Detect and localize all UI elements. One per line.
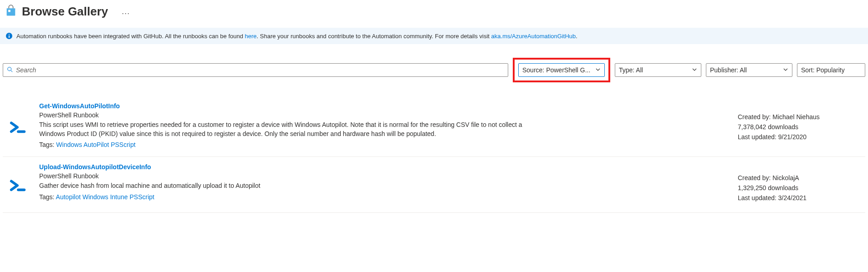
result-type-icon <box>3 102 30 148</box>
sort-dropdown[interactable]: Sort: Popularity <box>797 63 865 77</box>
result-subtitle: PowerShell Runbook <box>39 172 729 180</box>
svg-point-5 <box>8 67 11 71</box>
search-icon <box>7 66 13 74</box>
type-filter-label: Type: All <box>619 66 643 74</box>
result-tags: Tags: Autopilot Windows Intune PSScript <box>39 193 729 201</box>
page-header: Browse Gallery ... <box>0 0 868 28</box>
banner-text-mid: . Share your runbooks and contribute to … <box>257 33 491 40</box>
search-box[interactable] <box>3 63 508 77</box>
list-item: Upload-WindowsAutopilotDeviceInfo PowerS… <box>3 157 865 213</box>
result-type-icon <box>3 163 30 204</box>
chevron-down-icon <box>592 66 601 74</box>
result-body: Upload-WindowsAutopilotDeviceInfo PowerS… <box>39 163 729 204</box>
result-title-link[interactable]: Get-WindowsAutoPilotInfo <box>39 102 729 110</box>
svg-rect-0 <box>7 8 15 15</box>
search-input[interactable] <box>16 66 504 74</box>
info-banner: Automation runbooks have been integrated… <box>0 28 868 44</box>
banner-link-here[interactable]: here <box>245 33 257 40</box>
chevron-down-icon <box>780 66 788 74</box>
type-filter-dropdown[interactable]: Type: All <box>615 63 701 77</box>
source-filter-highlight: Source: PowerShell G... <box>513 58 610 82</box>
gallery-bag-icon <box>5 5 17 19</box>
publisher-filter-label: Publisher: All <box>710 66 747 74</box>
page-title: Browse Gallery <box>22 5 108 19</box>
filters-row: Source: PowerShell G... Type: All Publis… <box>0 58 868 82</box>
download-count: 1,329,250 downloads <box>738 184 865 191</box>
result-body: Get-WindowsAutoPilotInfo PowerShell Runb… <box>39 102 729 148</box>
chevron-down-icon <box>689 66 697 74</box>
tags-label: Tags: <box>39 193 56 201</box>
created-by: Created by: NickolajA <box>738 174 865 181</box>
banner-text-before: Automation runbooks have been integrated… <box>16 33 245 40</box>
banner-link-aka[interactable]: aka.ms/AzureAutomationGitHub <box>491 33 576 40</box>
result-description: Gather device hash from local machine an… <box>39 181 531 191</box>
banner-text: Automation runbooks have been integrated… <box>16 33 577 40</box>
results-list: Get-WindowsAutoPilotInfo PowerShell Runb… <box>0 96 868 213</box>
list-item: Get-WindowsAutoPilotInfo PowerShell Runb… <box>3 96 865 157</box>
result-tags: Tags: Windows AutoPilot PSScript <box>39 141 729 148</box>
banner-text-after: . <box>576 33 577 40</box>
last-updated: Last updated: 3/24/2021 <box>738 194 865 201</box>
svg-rect-1 <box>8 10 10 12</box>
powershell-icon <box>10 117 27 134</box>
tag-link[interactable]: Windows AutoPilot PSScript <box>56 141 135 148</box>
powershell-icon <box>10 175 27 192</box>
publisher-filter-dropdown[interactable]: Publisher: All <box>706 63 792 77</box>
sort-label: Sort: Popularity <box>801 66 845 74</box>
source-filter-label: Source: PowerShell G... <box>522 66 590 74</box>
download-count: 7,378,042 downloads <box>738 123 865 131</box>
result-title-link[interactable]: Upload-WindowsAutopilotDeviceInfo <box>39 163 729 171</box>
last-updated: Last updated: 9/21/2020 <box>738 133 865 141</box>
created-by: Created by: Michael Niehaus <box>738 113 865 121</box>
info-icon <box>5 32 13 40</box>
svg-line-6 <box>11 70 13 72</box>
tag-link[interactable]: Autopilot Windows Intune PSScript <box>56 193 154 201</box>
source-filter-dropdown[interactable]: Source: PowerShell G... <box>518 63 605 77</box>
result-meta: Created by: NickolajA 1,329,250 download… <box>738 163 865 204</box>
svg-rect-3 <box>9 35 10 38</box>
result-subtitle: PowerShell Runbook <box>39 111 729 119</box>
svg-point-4 <box>9 34 10 35</box>
result-description: This script uses WMI to retrieve propert… <box>39 121 531 138</box>
result-meta: Created by: Michael Niehaus 7,378,042 do… <box>738 102 865 148</box>
tags-label: Tags: <box>39 141 56 148</box>
more-actions-button[interactable]: ... <box>122 7 130 16</box>
